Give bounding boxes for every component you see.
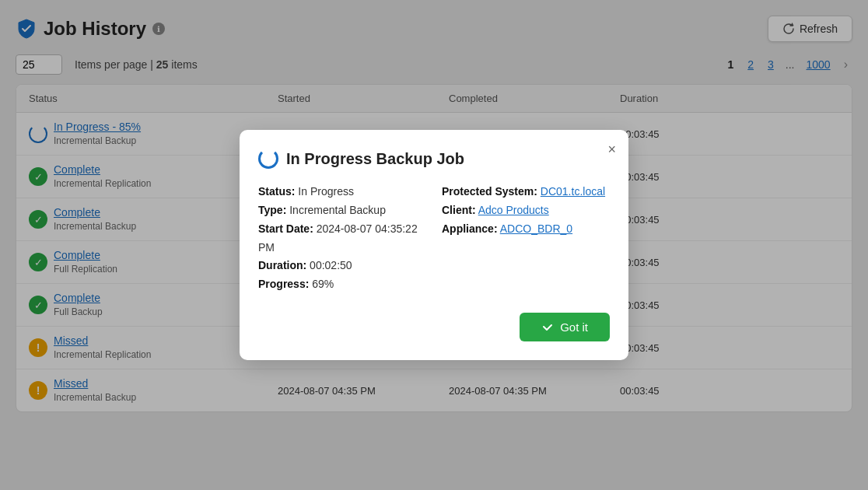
modal-overlay[interactable]: In Progress Backup Job × Status: In Prog… — [0, 0, 868, 490]
modal-protected-field: Protected System: DC01.tc.local — [442, 183, 610, 201]
modal-header: In Progress Backup Job — [258, 149, 610, 169]
modal-type-field: Type: Incremental Backup — [258, 201, 426, 220]
client-link[interactable]: Adco Products — [478, 204, 549, 216]
appliance-link[interactable]: ADCO_BDR_0 — [500, 222, 572, 235]
modal-footer: Got it — [258, 313, 610, 341]
modal-progress-field: Progress: 69% — [258, 275, 426, 294]
checkmark-icon — [541, 320, 554, 333]
got-it-label: Got it — [560, 320, 588, 334]
modal-body: Status: In Progress Type: Incremental Ba… — [258, 183, 610, 294]
modal-fields-left: Status: In Progress Type: Incremental Ba… — [258, 183, 426, 294]
modal-fields-right: Protected System: DC01.tc.local Client: … — [442, 183, 610, 294]
modal-client-field: Client: Adco Products — [442, 201, 610, 220]
modal-startdate-field: Start Date: 2024-08-07 04:35:22 PM — [258, 220, 426, 257]
protected-system-link[interactable]: DC01.tc.local — [541, 185, 605, 198]
modal-title: In Progress Backup Job — [286, 150, 464, 168]
modal-duration-field: Duration: 00:02:50 — [258, 257, 426, 275]
modal-appliance-field: Appliance: ADCO_BDR_0 — [442, 220, 610, 239]
modal-dialog: In Progress Backup Job × Status: In Prog… — [240, 130, 628, 360]
modal-status-field: Status: In Progress — [258, 183, 426, 201]
modal-progress-icon — [258, 149, 278, 169]
got-it-button[interactable]: Got it — [520, 313, 610, 341]
modal-close-button[interactable]: × — [607, 142, 616, 156]
